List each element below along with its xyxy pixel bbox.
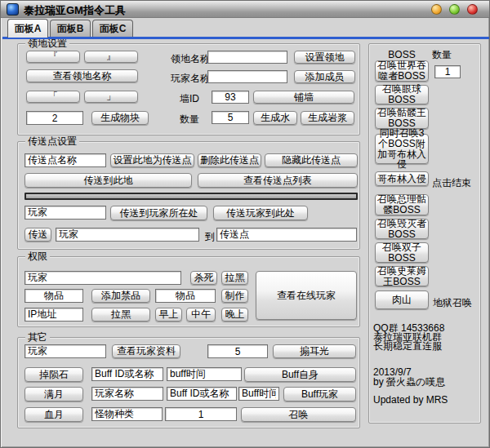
- tab-panel-b[interactable]: 面板B: [50, 20, 91, 37]
- add-member-button[interactable]: 添加成员: [294, 70, 355, 83]
- summon-three-boss-goblin-button[interactable]: 同时召唤3个BOSS附加哥布林入侵: [375, 134, 429, 164]
- full-moon-button[interactable]: 满月: [24, 387, 83, 401]
- teleport-point-name-input[interactable]: [24, 153, 106, 167]
- add-banned-item-button[interactable]: 添加禁品: [91, 289, 150, 303]
- ip-address-input[interactable]: [24, 308, 83, 322]
- buff-time2-input[interactable]: [238, 387, 279, 401]
- author-label: by 螢火蟲の嘆息: [373, 375, 445, 389]
- buff-id-input[interactable]: [91, 367, 163, 381]
- blacklist-button[interactable]: 拉黑: [221, 271, 248, 285]
- wall-of-flesh-button[interactable]: 肉山: [375, 291, 429, 309]
- minimize-button[interactable]: [431, 4, 442, 15]
- quantity-input[interactable]: [212, 111, 249, 124]
- group-boss: BOSS 数量 召唤世界吞噬者BOSS 召唤眼球BOSS 召唤骷髅王BOSS 同…: [368, 43, 481, 424]
- teleport-destination-input[interactable]: [216, 228, 357, 242]
- teleport-to-player-button[interactable]: 传送到玩家所在处: [110, 206, 207, 220]
- view-online-players-button[interactable]: 查看在线玩家: [256, 271, 357, 320]
- group-territory-title: 领地设置: [25, 38, 69, 49]
- drop-meteor-button[interactable]: 掉陨石: [24, 367, 83, 382]
- teleport-progress-bar: [24, 193, 358, 200]
- group-territory: 领地设置 『 』 领地名称 设置领地 查看领地名称 玩家名称 添加成员 「 」 …: [17, 43, 360, 135]
- member-player-input[interactable]: [207, 70, 287, 83]
- buff-self-button[interactable]: Buff自身: [244, 367, 356, 382]
- monster-count-input[interactable]: [165, 407, 237, 421]
- other-player-input[interactable]: [24, 344, 106, 358]
- teleport-player-here-button[interactable]: 传送玩家到此处: [213, 206, 308, 220]
- wall-id-input[interactable]: [212, 91, 249, 104]
- group-other-title: 其它: [25, 331, 50, 343]
- tab-accent-line: [2, 37, 489, 39]
- summon-eater-of-worlds-button[interactable]: 召唤世界吞噬者BOSS: [375, 60, 429, 82]
- wall-id-label: 墙ID: [180, 92, 199, 106]
- hide-teleport-button[interactable]: 隐藏此传送点: [265, 153, 358, 167]
- close-corner-button[interactable]: 」: [84, 91, 138, 103]
- updated-by-label: Updated by MRS: [373, 394, 448, 406]
- summon-twins-button[interactable]: 召唤双子BOSS: [375, 242, 429, 263]
- summon-eye-boss-button[interactable]: 召唤眼球BOSS: [375, 85, 429, 104]
- app-icon: [7, 3, 19, 16]
- kill-button[interactable]: 杀死: [190, 271, 217, 285]
- delete-teleport-button[interactable]: 删除此传送点: [198, 153, 261, 167]
- slap-button[interactable]: 搧耳光: [273, 344, 356, 358]
- app-window: 泰拉瑞亚GM指令工具 面板A 面板B 面板C 领地设置 『 』 领地名称 设置领…: [0, 0, 490, 448]
- quantity-label: 数量: [180, 113, 199, 126]
- morning-button[interactable]: 早上: [155, 308, 182, 322]
- lay-wall-button[interactable]: 铺墙: [253, 91, 354, 104]
- set-territory-button[interactable]: 设置领地: [294, 51, 355, 64]
- teleport-here-button[interactable]: 传送到此地: [24, 173, 192, 188]
- buff-id2-input[interactable]: [167, 387, 237, 401]
- craft-item-input[interactable]: [155, 289, 216, 303]
- player-name-label: 玩家名称: [171, 72, 210, 86]
- blood-moon-button[interactable]: 血月: [24, 407, 83, 422]
- group-permission: 权限 杀死 拉黑 查看在线玩家 添加禁品 制作 拉黑 早上 中午 晚上: [17, 256, 360, 327]
- group-permission-title: 权限: [25, 251, 50, 262]
- teleport-button[interactable]: 传送: [24, 228, 51, 242]
- tab-panel-a[interactable]: 面板A: [7, 19, 48, 38]
- banned-item-input[interactable]: [24, 289, 83, 303]
- summon-destroyer-button[interactable]: 召唤毁灭者BOSS: [375, 219, 429, 239]
- teleport-player-input[interactable]: [24, 206, 106, 220]
- server-desc-label: 长期稳定直连服: [373, 339, 442, 353]
- view-teleport-list-button[interactable]: 查看传送点列表: [198, 173, 358, 188]
- monster-type-input[interactable]: [91, 407, 163, 421]
- blacklist-ip-button[interactable]: 拉黑: [91, 308, 150, 322]
- maximize-button[interactable]: [449, 4, 460, 15]
- tab-panel-c[interactable]: 面板C: [92, 20, 133, 37]
- boss-qty-label: 数量: [432, 48, 452, 62]
- boss-header-label: BOSS: [375, 49, 429, 60]
- view-player-profile-button[interactable]: 查看玩家资料: [112, 344, 180, 358]
- close-button[interactable]: [467, 4, 478, 15]
- permission-player-input[interactable]: [24, 271, 181, 285]
- territory-name-label: 领地名称: [171, 52, 210, 66]
- open-corner-button[interactable]: 「: [26, 91, 80, 103]
- buff-player-name-input[interactable]: [91, 387, 163, 401]
- noon-button[interactable]: 中午: [186, 308, 216, 322]
- summon-monster-button[interactable]: 召唤: [241, 407, 356, 422]
- goblin-note-label: 点击结束: [432, 176, 471, 190]
- group-teleport-title: 传送点设置: [25, 135, 79, 147]
- block-id-input[interactable]: [26, 111, 83, 125]
- generate-block-button[interactable]: 生成物块: [91, 111, 149, 125]
- window-title: 泰拉瑞亚GM指令工具: [24, 3, 126, 18]
- teleport-source-player-input[interactable]: [56, 228, 199, 242]
- summon-skeletron-prime-button[interactable]: 召唤总理骷髅BOSS: [375, 194, 429, 215]
- titlebar: 泰拉瑞亚GM指令工具: [1, 1, 490, 18]
- summon-king-slime-button[interactable]: 召唤史莱姆王BOSS: [375, 266, 429, 286]
- hell-summon-label: 地狱召唤: [433, 296, 472, 310]
- territory-name-input[interactable]: [207, 51, 287, 64]
- to-label: 到: [205, 230, 215, 244]
- summon-skeletron-button[interactable]: 召唤骷髅王BOSS: [375, 108, 429, 129]
- craft-button[interactable]: 制作: [221, 289, 248, 303]
- buff-time-input[interactable]: [167, 367, 242, 381]
- open-quote-button[interactable]: 『: [26, 51, 80, 63]
- close-quote-button[interactable]: 』: [84, 51, 138, 63]
- view-territory-name-button[interactable]: 查看领地名称: [26, 69, 138, 82]
- set-teleport-here-button[interactable]: 设置此地为传送点: [110, 153, 194, 167]
- goblin-invasion-button[interactable]: 哥布林入侵: [375, 171, 429, 186]
- slap-count-input[interactable]: [207, 344, 268, 358]
- generate-water-button[interactable]: 生成水: [253, 111, 297, 125]
- boss-qty-input[interactable]: [434, 65, 461, 78]
- buff-player-button[interactable]: Buff玩家: [283, 387, 356, 401]
- evening-button[interactable]: 晚上: [221, 308, 248, 322]
- generate-lava-button[interactable]: 生成岩浆: [301, 111, 354, 125]
